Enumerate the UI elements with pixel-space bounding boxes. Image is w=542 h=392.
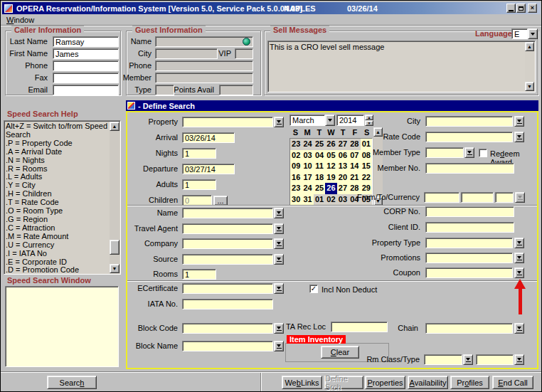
rate-code-lov-button[interactable] [514,132,524,142]
property-type-field[interactable] [425,238,513,248]
availability-button[interactable]: Availability [408,376,448,389]
calendar-day[interactable]: 23 [290,183,302,194]
calendar-day[interactable]: 16 [290,172,302,184]
rate-code-field[interactable] [425,132,513,142]
incl-non-deduct-checkbox[interactable] [309,285,318,293]
client-id-field[interactable] [425,222,514,233]
calendar-day[interactable]: 18 [314,172,325,184]
property-type-lov-button[interactable] [514,238,524,248]
scrollbar-thumb[interactable] [110,240,119,255]
last-name-field[interactable]: Ramsay [53,36,119,47]
calendar-day[interactable]: 24 [302,183,313,194]
language-value[interactable]: E [511,28,528,39]
member-type-field[interactable] [425,147,464,158]
calendar-day[interactable]: 01 [314,194,325,206]
sell-message-scrollbar[interactable]: ▲ ▼ [525,42,534,91]
calendar-day[interactable]: 25 [314,139,325,150]
chain-field[interactable] [425,323,513,334]
profiles-button[interactable]: Profiles [450,376,489,389]
member-type-lov-button[interactable] [464,147,474,158]
speed-search-help-list[interactable]: Alt+Z = Switch to/from Speed Search.P = … [4,120,121,275]
scroll-up-icon[interactable]: ▲ [110,122,119,131]
member-no-field[interactable] [425,163,514,174]
end-call-button[interactable]: End Call [492,376,533,389]
help-scrollbar[interactable]: ▲ ▼ [110,122,119,273]
calendar-day[interactable]: 02 [290,150,302,161]
source-field[interactable] [182,254,273,265]
web-links-button[interactable]: Web Links [282,376,322,389]
calendar-day[interactable]: 11 [314,161,325,172]
fax-field[interactable] [53,73,119,83]
speed-search-window-input[interactable] [5,286,119,367]
ecertificate-field[interactable] [182,283,273,294]
travel-agent-lov-button[interactable] [274,223,284,234]
corp-no-field[interactable] [425,206,514,217]
calendar-day[interactable]: 26 [325,139,336,150]
calendar-day[interactable]: 20 [337,172,349,184]
calendar-day[interactable]: 04 [314,150,325,161]
property-field[interactable] [182,117,273,127]
city-field[interactable] [425,116,513,127]
calendar-day-selected[interactable]: 26 [325,183,336,194]
close-button[interactable]: × [528,4,537,13]
rm-class-lov-button[interactable] [463,354,473,365]
calendar-day[interactable]: 09 [290,161,302,172]
rm-class-field[interactable] [424,354,462,365]
rm-type-field[interactable] [476,354,514,365]
calendar-day[interactable]: 30 [290,194,302,206]
arrival-field[interactable]: 03/26/14 [182,132,235,143]
menu-window[interactable]: Window [6,16,34,24]
company-lov-button[interactable] [274,238,284,249]
block-code-field[interactable] [182,323,273,334]
adults-field[interactable]: 1 [182,179,216,190]
scroll-down-icon[interactable]: ▼ [110,264,119,273]
sell-message-textarea[interactable]: This is a CRO level sell message ▲ ▼ [267,41,536,92]
block-name-lov-button[interactable] [274,341,284,351]
nights-field[interactable]: 1 [182,148,216,159]
language-dropdown-button[interactable] [528,28,538,39]
to-field[interactable] [461,192,494,203]
iata-no-field[interactable] [182,299,273,309]
calendar-day[interactable]: 10 [302,161,313,172]
calendar-day[interactable]: 05 [325,150,336,161]
rm-type-lov-button[interactable] [514,354,524,365]
calendar-day[interactable]: 27 [337,139,349,150]
city-lov-button[interactable] [514,116,524,127]
search-button[interactable]: Search [47,376,97,389]
property-lov-button[interactable] [274,117,284,127]
redeem-award-checkbox[interactable] [479,149,487,157]
calendar-day[interactable]: 13 [337,161,349,172]
coupon-field[interactable] [425,267,513,278]
calendar-day[interactable]: 24 [302,139,313,150]
globe-icon[interactable] [243,38,250,46]
ecertificate-lov-button[interactable] [274,283,284,294]
first-name-field[interactable]: James [53,48,119,59]
children-more-button[interactable]: ... [213,196,228,206]
properties-button[interactable]: Properties [365,376,405,389]
block-name-field[interactable] [182,341,273,351]
promotions-lov-button[interactable] [514,253,524,263]
calendar-day[interactable]: 12 [325,161,336,172]
currency-field[interactable] [495,192,514,203]
calendar-day[interactable]: 23 [290,139,302,150]
name-lov-button[interactable] [274,208,284,218]
calendar-day[interactable]: 27 [337,183,349,194]
source-lov-button[interactable] [274,254,284,265]
scroll-down-icon[interactable]: ▼ [525,82,534,91]
company-field[interactable] [182,238,273,249]
calendar-day[interactable]: 31 [302,194,313,206]
calendar-day[interactable]: 03 [302,150,313,161]
calendar-month-dropdown-button[interactable] [325,115,335,126]
from-field[interactable] [424,192,459,203]
calendar-day[interactable]: 02 [325,194,336,206]
rooms-field[interactable]: 1 [182,269,216,280]
coupon-lov-button[interactable] [514,267,524,278]
caller-phone-field[interactable] [53,60,119,71]
travel-agent-field[interactable] [182,223,273,234]
calendar-day[interactable]: 17 [302,172,313,184]
calendar-day[interactable]: 03 [337,194,349,206]
calendar-day[interactable]: 25 [314,183,325,194]
maximize-button[interactable] [516,4,526,13]
email-field[interactable] [53,85,119,95]
scroll-up-icon[interactable]: ▲ [525,42,534,51]
